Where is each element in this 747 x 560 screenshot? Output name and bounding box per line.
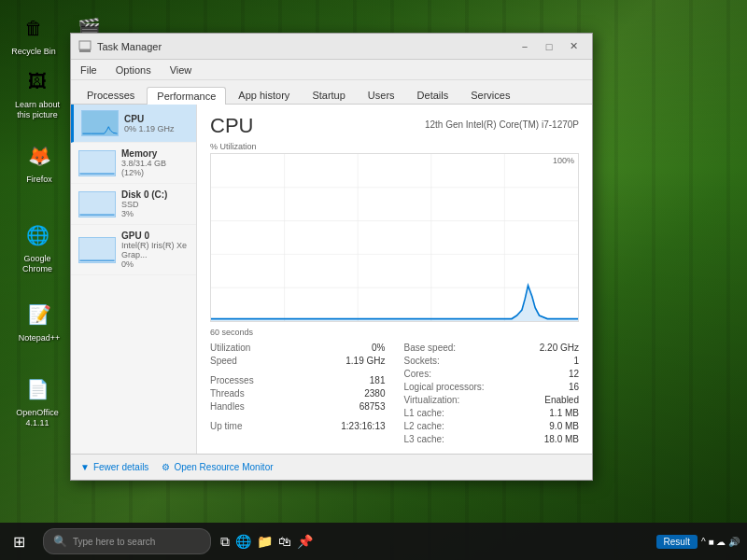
desktop-icon-learn-picture[interactable]: 🖼 Learn about this picture <box>9 61 65 124</box>
fewer-details-button[interactable]: ▼ Fewer details <box>80 462 148 472</box>
cpu-name: CPU <box>124 114 189 124</box>
result-button[interactable]: Result <box>656 535 698 549</box>
learn-picture-icon: 🖼 <box>21 64 54 98</box>
stats-right: Base speed: 2.20 GHz Sockets: 1 Cores: 1… <box>404 343 580 444</box>
tab-performance[interactable]: Performance <box>147 87 226 105</box>
panel-header: CPU 12th Gen Intel(R) Core(TM) i7-1270P <box>210 114 579 138</box>
disk0-detail2: 3% <box>121 209 189 218</box>
stat-row-l2-cache-: L2 cache: 9.0 MB <box>404 421 580 431</box>
stat-row-cores-: Cores: 12 <box>404 369 580 379</box>
right-panel: CPU 12th Gen Intel(R) Core(TM) i7-1270P … <box>197 105 592 454</box>
gpu0-mini-graph <box>78 237 116 263</box>
stats-area: Utilization 0% Speed 1.19 GHz Processes … <box>210 343 579 444</box>
svg-rect-0 <box>79 41 91 49</box>
stat-row-virtualization-: Virtualization: Enabled <box>404 395 580 405</box>
svg-rect-1 <box>79 49 91 52</box>
sidebar-item-disk0[interactable]: Disk 0 (C:) SSD 3% <box>71 184 196 225</box>
stat-row-threads: Threads 2380 <box>210 388 386 399</box>
search-bar[interactable]: 🔍 Type here to search <box>43 528 211 554</box>
gpu0-name: GPU 0 <box>121 231 189 241</box>
desktop: 🗑 Recycle Bin 🎬 VLC media... 🖼 Learn abo… <box>0 0 747 560</box>
menu-file[interactable]: File <box>77 63 101 77</box>
resource-monitor-icon: ⚙ <box>162 462 170 472</box>
sidebar-item-memory[interactable]: Memory 3.8/31.4 GB (12%) <box>71 143 196 184</box>
stat-value: 181 <box>370 375 386 385</box>
fewer-details-label: Fewer details <box>93 462 148 472</box>
tab-services[interactable]: Services <box>460 86 520 104</box>
stat-value: 1.1 MB <box>549 408 579 418</box>
stat-label: Sockets: <box>404 356 440 366</box>
stat-value: 1:23:16:13 <box>341 421 385 431</box>
titlebar: Task Manager − □ ✕ <box>71 34 592 60</box>
stat-row-l3-cache-: L3 cache: 18.0 MB <box>404 434 580 444</box>
disk0-detail1: SSD <box>121 200 189 209</box>
search-placeholder: Type here to search <box>73 537 155 547</box>
start-button[interactable]: ⊞ <box>0 523 37 560</box>
cpu-info: CPU 0% 1.19 GHz <box>124 114 189 133</box>
desktop-icon-recycle-bin[interactable]: 🗑 Recycle Bin <box>6 7 62 61</box>
mail-icon[interactable]: 📌 <box>297 534 313 549</box>
stat-label: Virtualization: <box>404 395 460 405</box>
desktop-icon-firefox[interactable]: 🦊 Firefox <box>11 135 67 189</box>
disk0-mini-graph <box>78 191 116 217</box>
panel-subtitle: 12th Gen Intel(R) Core(TM) i7-1270P <box>425 114 579 130</box>
stat-row-up-time: Up time 1:23:16:13 <box>210 421 386 431</box>
open-resource-monitor-button[interactable]: ⚙ Open Resource Monitor <box>162 462 273 472</box>
maximize-button[interactable]: □ <box>538 37 560 56</box>
google-chrome-icon: 🌐 <box>21 218 54 252</box>
memory-mini-graph <box>78 150 116 176</box>
memory-detail1: 3.8/31.4 GB (12%) <box>121 159 189 177</box>
stat-label: Utilization <box>210 343 250 353</box>
stat-label: Processes <box>210 375 254 385</box>
explorer-icon[interactable]: 📁 <box>257 534 273 549</box>
stat-label: Logical processors: <box>404 382 485 392</box>
notepad-plus-icon: 📝 <box>22 298 56 331</box>
stat-label: L1 cache: <box>404 408 444 418</box>
stat-value: 9.0 MB <box>549 421 579 431</box>
stat-row-utilization: Utilization 0% <box>210 343 386 353</box>
disk0-info: Disk 0 (C:) SSD 3% <box>121 189 189 218</box>
tab-processes[interactable]: Processes <box>77 86 145 104</box>
tab-details[interactable]: Details <box>407 86 459 104</box>
edge-icon[interactable]: 🌐 <box>235 534 251 549</box>
gpu0-info: GPU 0 Intel(R) Iris(R) Xe Grap... 0% <box>121 231 189 269</box>
openoffice-label: OpenOffice 4.1.11 <box>13 408 62 428</box>
minimize-button[interactable]: − <box>514 37 536 56</box>
sidebar-item-gpu0[interactable]: GPU 0 Intel(R) Iris(R) Xe Grap... 0% <box>71 225 196 275</box>
stat-value: Enabled <box>544 395 579 405</box>
menu-options[interactable]: Options <box>112 63 155 77</box>
sidebar-item-cpu[interactable]: CPU 0% 1.19 GHz <box>71 105 196 143</box>
disk0-name: Disk 0 (C:) <box>121 189 189 200</box>
desktop-icon-notepad-plus[interactable]: 📝 Notepad++ <box>11 294 67 347</box>
desktop-icon-google-chrome[interactable]: 🌐 Google Chrome <box>9 215 65 278</box>
stat-value: 0% <box>372 343 385 353</box>
stat-label: Threads <box>210 388 245 399</box>
store-icon[interactable]: 🛍 <box>278 534 291 549</box>
tab-users[interactable]: Users <box>358 86 405 104</box>
titlebar-icon <box>78 40 92 53</box>
task-view-icon[interactable]: ⧉ <box>220 534 230 550</box>
taskbar-right: Result ^ ■ ☁ 🔊 <box>656 535 747 549</box>
stat-row-logical-processors-: Logical processors: 16 <box>404 382 580 392</box>
system-tray: ^ ■ ☁ 🔊 <box>701 537 740 547</box>
desktop-icon-openoffice[interactable]: 📄 OpenOffice 4.1.11 <box>9 369 65 432</box>
firefox-icon: 🦊 <box>22 139 56 173</box>
tab-startup[interactable]: Startup <box>302 86 355 104</box>
content-area: CPU 0% 1.19 GHz Memory 3.8/31.4 GB (12%)… <box>71 105 592 454</box>
menu-view[interactable]: View <box>166 63 196 77</box>
stat-value: 2.20 GHz <box>540 343 579 353</box>
taskbar: ⊞ 🔍 Type here to search ⧉ 🌐 📁 🛍 📌 Result… <box>0 523 747 560</box>
stat-label: Cores: <box>404 369 431 379</box>
cpu-chart: 100% <box>210 153 579 322</box>
gpu0-detail2: 0% <box>121 259 189 269</box>
stat-value: 12 <box>569 369 579 379</box>
menubar: File Options View <box>71 60 592 80</box>
close-button[interactable]: ✕ <box>562 37 585 56</box>
stat-row-handles: Handles 68753 <box>210 401 386 412</box>
stat-label: L3 cache: <box>404 434 444 444</box>
stat-row-speed: Speed 1.19 GHz <box>210 356 386 366</box>
stat-row-sockets-: Sockets: 1 <box>404 356 580 366</box>
panel-title: CPU <box>210 114 253 138</box>
memory-info: Memory 3.8/31.4 GB (12%) <box>121 148 189 177</box>
tab-app-history[interactable]: App history <box>228 86 300 104</box>
